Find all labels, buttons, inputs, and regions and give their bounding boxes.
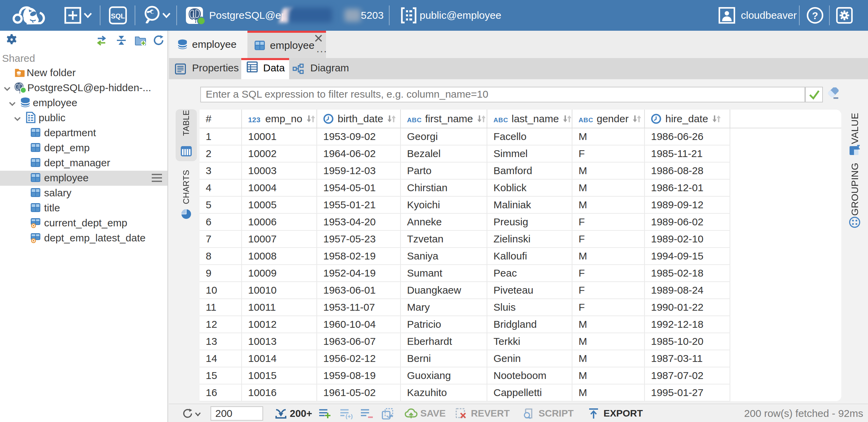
svg-text:(+): (+) bbox=[345, 413, 353, 419]
svg-text:?: ? bbox=[812, 10, 818, 21]
svg-text:SQL: SQL bbox=[111, 12, 125, 20]
